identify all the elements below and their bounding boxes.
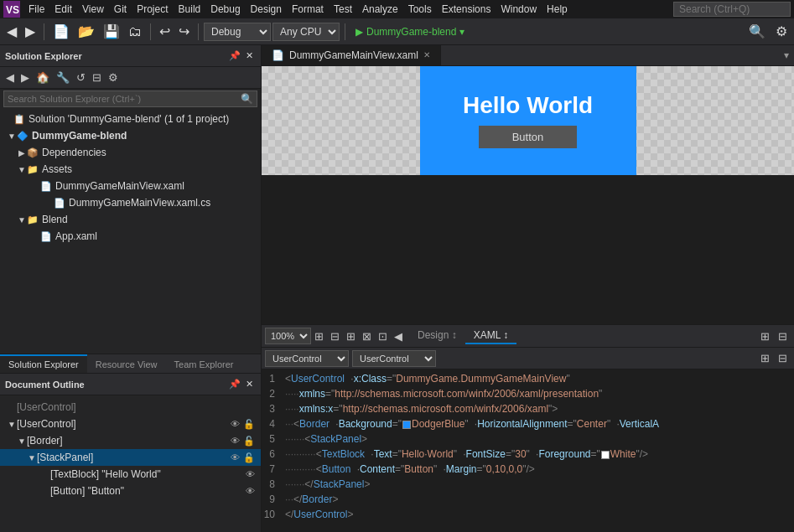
menu-git[interactable]: Git: [109, 2, 132, 17]
forward-button[interactable]: ▶: [22, 22, 39, 41]
menu-edit[interactable]: Edit: [49, 2, 77, 17]
split-btn[interactable]: ⊞: [757, 351, 773, 365]
menu-test[interactable]: Test: [329, 2, 357, 17]
grid-btn[interactable]: ⊟: [327, 329, 343, 343]
tree-item-project[interactable]: ▼ 🔷 DummyGame-blend: [0, 127, 261, 144]
save-button[interactable]: 💾: [100, 22, 123, 41]
doc-tab-close-button[interactable]: ✕: [423, 50, 430, 59]
menu-design[interactable]: Design: [246, 2, 287, 17]
design-tab-design[interactable]: Design ↕: [409, 328, 465, 344]
line-num-2: 2: [262, 388, 285, 400]
more-btn[interactable]: ◀: [391, 329, 406, 343]
blend-icon: 📁: [27, 214, 39, 225]
main-toolbar: ◀ ▶ 📄 📂 💾 🗂 ↩ ↪ Debug Any CPU ▶ DummyGam…: [0, 18, 794, 45]
expand-btn[interactable]: ⊟: [775, 351, 791, 365]
xaml-content[interactable]: 1 <UserControl ·x:Class="DummyGame.Dummy…: [262, 369, 794, 532]
do-item-usercontrol-1[interactable]: [UserControl]: [0, 399, 261, 416]
do-item-border[interactable]: ▼ [Border] 👁 🔓: [0, 432, 261, 449]
split-vertical-btn[interactable]: ⊞: [757, 329, 773, 343]
align-btn[interactable]: ⊠: [359, 329, 375, 343]
line-content-6: ···········<TextBlock ·Text="Hello·World…: [285, 448, 648, 460]
do-item-button[interactable]: [Button] "Button" 👁: [0, 483, 261, 499]
toolbar-divider-3: [198, 23, 199, 40]
se-search-box[interactable]: 🔍: [3, 90, 257, 107]
se-refresh-btn[interactable]: ↺: [74, 70, 88, 85]
fit-btn[interactable]: ⊞: [311, 329, 327, 343]
tree-arrow-project: ▼: [7, 132, 17, 141]
tab-resource-view[interactable]: Resource View: [87, 354, 166, 373]
do-lock-btn-border[interactable]: 🔓: [242, 435, 256, 447]
snap-btn[interactable]: ⊞: [343, 329, 359, 343]
pin-button[interactable]: 📌: [226, 49, 243, 62]
tree-item-assets[interactable]: ▼ 📁 Assets: [0, 161, 261, 178]
menu-tools[interactable]: Tools: [403, 2, 437, 17]
do-arrow-stackpanel: ▼: [27, 453, 37, 462]
code-line-3: 3 ·····xmlns:x="http://schemas.microsoft…: [262, 403, 794, 418]
se-back-btn[interactable]: ◀: [3, 70, 17, 85]
new-file-button[interactable]: 📄: [49, 22, 73, 41]
menu-file[interactable]: File: [23, 2, 49, 17]
toolbar-divider-4: [345, 23, 345, 40]
save-all-button[interactable]: 🗂: [125, 23, 145, 41]
do-eye-btn-stackpanel[interactable]: 👁: [230, 452, 241, 464]
tree-item-solution[interactable]: 📋 Solution 'DummyGame-blend' (1 of 1 pro…: [0, 111, 261, 127]
menu-window[interactable]: Window: [496, 2, 542, 17]
se-toolbar: ◀ ▶ 🏠 🔧 ↺ ⊟ ⚙: [0, 67, 261, 89]
undo-button[interactable]: ↩: [156, 22, 174, 41]
menu-analyze[interactable]: Analyze: [357, 2, 403, 17]
tree-item-xaml[interactable]: 📄 DummyGameMainView.xaml: [0, 178, 261, 194]
do-pin-button[interactable]: 📌: [226, 378, 243, 390]
platform-dropdown[interactable]: Any CPU: [272, 23, 340, 41]
dropdown-arrow-icon: ▾: [459, 26, 464, 38]
split-horizontal-btn[interactable]: ⊟: [775, 329, 791, 343]
overflow-icon[interactable]: ▾: [784, 49, 789, 61]
zoom-selector[interactable]: 100%: [265, 328, 311, 344]
open-button[interactable]: 📂: [75, 22, 98, 41]
menu-extensions[interactable]: Extensions: [437, 2, 496, 17]
menu-project[interactable]: Project: [132, 2, 173, 17]
solution-explorer-toggle[interactable]: 🔍: [745, 22, 769, 41]
do-eye-btn-border[interactable]: 👁: [230, 435, 241, 447]
menu-view[interactable]: View: [77, 2, 109, 17]
xaml-selector-left[interactable]: UserControl: [265, 350, 349, 367]
canvas-button[interactable]: Button: [479, 126, 578, 148]
do-lock-btn-stackpanel[interactable]: 🔓: [242, 452, 256, 464]
do-item-textblock[interactable]: [TextBlock] "Hello World" 👁: [0, 466, 261, 483]
do-eye-btn-2[interactable]: 👁: [230, 418, 241, 431]
menu-debug[interactable]: Debug: [205, 2, 245, 17]
tab-team-explorer[interactable]: Team Explorer: [166, 354, 242, 373]
do-item-stackpanel[interactable]: ▼ [StackPanel] 👁 🔓: [0, 449, 261, 466]
redo-button[interactable]: ↪: [175, 22, 193, 41]
se-filter-btn[interactable]: ⚙: [106, 70, 121, 85]
properties-toggle[interactable]: ⚙: [772, 22, 791, 41]
xaml-selector-right[interactable]: UserControl: [352, 350, 436, 367]
config-dropdown[interactable]: Debug: [204, 23, 271, 41]
back-button[interactable]: ◀: [3, 22, 20, 41]
left-panel: Solution Explorer 📌 ✕ ◀ ▶ 🏠 🔧 ↺ ⊟ ⚙ 🔍 📋 …: [0, 45, 262, 532]
se-collapse-btn[interactable]: ⊟: [90, 70, 104, 85]
tree-item-blend[interactable]: ▼ 📁 Blend: [0, 211, 261, 228]
se-properties-btn[interactable]: 🔧: [54, 70, 72, 85]
tree-item-dependencies[interactable]: ▶ 📦 Dependencies: [0, 144, 261, 161]
menu-help[interactable]: Help: [542, 2, 573, 17]
do-lock-btn-2[interactable]: 🔓: [242, 418, 256, 431]
se-search-input[interactable]: [8, 94, 241, 104]
do-close-button[interactable]: ✕: [243, 378, 256, 390]
close-panel-button[interactable]: ✕: [243, 49, 256, 62]
run-button[interactable]: ▶ DummyGame-blend ▾: [350, 24, 470, 39]
tree-item-app-xaml[interactable]: 📄 App.xaml: [0, 228, 261, 245]
se-home-btn[interactable]: 🏠: [34, 70, 52, 85]
menu-search-input[interactable]: [673, 2, 791, 17]
design-tab-xaml[interactable]: XAML ↕: [465, 328, 517, 344]
doc-tab-xaml[interactable]: 📄 DummyGameMainView.xaml ✕: [262, 45, 441, 65]
do-eye-btn-textblock[interactable]: 👁: [245, 468, 256, 480]
menu-build[interactable]: Build: [174, 2, 206, 17]
do-item-usercontrol-2[interactable]: ▼ [UserControl] 👁 🔓: [0, 416, 261, 432]
line-content-7: ···········<Button ·Content="Button" ·Ma…: [285, 463, 535, 475]
se-forward-btn[interactable]: ▶: [18, 70, 32, 85]
menu-format[interactable]: Format: [287, 2, 329, 17]
arrange-btn[interactable]: ⊡: [375, 329, 391, 343]
tab-solution-explorer[interactable]: Solution Explorer: [0, 354, 87, 373]
tree-item-xaml-cs[interactable]: 📄 DummyGameMainView.xaml.cs: [0, 194, 261, 211]
do-eye-btn-button[interactable]: 👁: [245, 485, 256, 497]
